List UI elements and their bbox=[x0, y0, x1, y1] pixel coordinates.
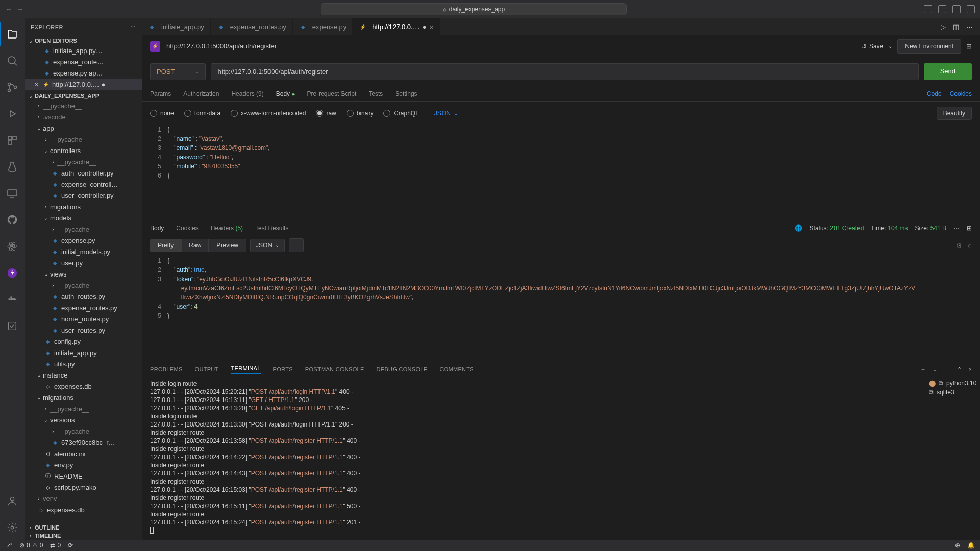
panel-tab-output[interactable]: OUTPUT bbox=[195, 366, 219, 372]
tree-file[interactable]: ◆utils.py bbox=[24, 358, 142, 369]
resp-tab-tests[interactable]: Test Results bbox=[255, 224, 288, 232]
copy-icon[interactable]: ⎘ bbox=[957, 241, 961, 249]
tab-tests[interactable]: Tests bbox=[369, 87, 383, 101]
activity-extensions[interactable] bbox=[0, 128, 24, 153]
tree-folder[interactable]: ›__pycache__ bbox=[24, 134, 142, 145]
activity-explorer[interactable] bbox=[0, 22, 24, 46]
maximize-icon[interactable]: ⌃ bbox=[957, 366, 962, 373]
close-panel-icon[interactable]: × bbox=[969, 366, 972, 372]
panel-tab-debug[interactable]: DEBUG CONSOLE bbox=[377, 366, 428, 372]
panel-tab-ports[interactable]: PORTS bbox=[273, 366, 293, 372]
terminal[interactable]: Inside login route127.0.0.1 - - [20/Oct/… bbox=[142, 378, 924, 540]
activity-remote[interactable] bbox=[0, 181, 24, 206]
raw-button[interactable]: Raw bbox=[181, 239, 209, 252]
radio-binary[interactable]: binary bbox=[347, 110, 374, 117]
layout-custom-icon[interactable] bbox=[967, 5, 975, 13]
tab-authorization[interactable]: Authorization bbox=[183, 87, 219, 101]
tree-file[interactable]: ◇script.py.mako bbox=[24, 482, 142, 493]
tree-file[interactable]: ⓘREADME bbox=[24, 470, 142, 482]
preview-button[interactable]: Preview bbox=[209, 239, 246, 252]
editor-tab[interactable]: ◆expense_routes.py bbox=[211, 18, 293, 35]
open-editor-item[interactable]: ×⚡http://127.0.0.…● bbox=[24, 79, 142, 90]
panel-tab-comments[interactable]: COMMENTS bbox=[439, 366, 474, 372]
tree-file[interactable]: ◆auth_routes.py bbox=[24, 291, 142, 302]
panel-tab-problems[interactable]: PROBLEMS bbox=[150, 366, 183, 372]
status-ports[interactable]: ⇄0 bbox=[50, 542, 61, 549]
timeline-header[interactable]: ›TIMELINE bbox=[24, 532, 142, 540]
editor-tab[interactable]: ◆expense.py bbox=[293, 18, 353, 35]
activity-scm[interactable] bbox=[0, 75, 24, 99]
tree-file[interactable]: ◆expense_routes.py bbox=[24, 302, 142, 313]
save-dropdown-icon[interactable]: ⌄ bbox=[888, 43, 892, 49]
tree-file[interactable]: ◆config.py bbox=[24, 336, 142, 347]
tree-file[interactable]: ⚙alembic.ini bbox=[24, 448, 142, 459]
save-button[interactable]: 🖫Save bbox=[860, 43, 883, 50]
tree-file[interactable]: ◇expenses.db bbox=[24, 381, 142, 392]
beautify-button[interactable]: Beautify bbox=[937, 107, 972, 120]
tree-file[interactable]: ◆user_routes.py bbox=[24, 324, 142, 336]
request-body-editor[interactable]: 123456 { "name" : "Vastav", "email" : "v… bbox=[142, 125, 980, 217]
tab-prescript[interactable]: Pre-request Script bbox=[307, 87, 357, 101]
split-icon[interactable]: ◫ bbox=[953, 23, 959, 31]
radio-formdata[interactable]: form-data bbox=[184, 110, 220, 117]
editor-tab[interactable]: ⚡http://127.0.0.…●× bbox=[353, 18, 440, 35]
activity-todo[interactable] bbox=[0, 314, 24, 338]
panel-tab-postman[interactable]: POSTMAN CONSOLE bbox=[305, 366, 364, 372]
open-editor-item[interactable]: ◆initiate_app.py… bbox=[24, 45, 142, 56]
more-icon[interactable]: ⋯ bbox=[130, 23, 136, 30]
nav-forward-icon[interactable]: → bbox=[16, 5, 23, 13]
status-errors[interactable]: ⊗0 ⚠0 bbox=[19, 542, 43, 549]
globe-icon[interactable]: 🌐 bbox=[795, 224, 802, 232]
new-environment-button[interactable]: New Environment bbox=[897, 39, 961, 54]
response-body-viewer[interactable]: 123 45 { "auth": true, "token": "eyJhbGc… bbox=[142, 256, 980, 361]
tree-file[interactable]: ◆initiate_app.py bbox=[24, 347, 142, 358]
tree-folder[interactable]: ›.vscode bbox=[24, 111, 142, 122]
activity-react[interactable] bbox=[0, 234, 24, 259]
activity-account[interactable] bbox=[0, 489, 24, 513]
method-select[interactable]: POST ⌄ bbox=[150, 63, 206, 80]
more-icon[interactable]: ⋯ bbox=[953, 224, 960, 232]
activity-docker[interactable] bbox=[0, 287, 24, 312]
open-editor-item[interactable]: ◆expense.py ap… bbox=[24, 67, 142, 79]
activity-test[interactable] bbox=[0, 155, 24, 179]
activity-search[interactable] bbox=[0, 48, 24, 73]
tree-file[interactable]: ◆env.py bbox=[24, 459, 142, 470]
tree-folder[interactable]: ›__pycache__ bbox=[24, 156, 142, 167]
tree-file[interactable]: ◆initial_models.py bbox=[24, 246, 142, 257]
url-input[interactable]: http://127.0.0.1:5000/api/auth/register bbox=[211, 63, 918, 80]
project-header[interactable]: ⌄DAILY_EXPENSES_APP bbox=[24, 92, 142, 100]
new-terminal-icon[interactable]: ＋ bbox=[920, 366, 926, 373]
tree-file[interactable]: ◇expenses.db bbox=[24, 504, 142, 515]
radio-graphql[interactable]: GraphQL bbox=[383, 110, 419, 117]
tree-folder[interactable]: ›__pycache__ bbox=[24, 223, 142, 235]
expand-icon[interactable]: ⊞ bbox=[967, 224, 972, 232]
cookies-link[interactable]: Cookies bbox=[950, 90, 972, 97]
tree-file[interactable]: ◆user_controller.py bbox=[24, 190, 142, 201]
tree-folder[interactable]: ⌄migrations bbox=[24, 392, 142, 403]
more-icon[interactable]: ⋯ bbox=[966, 23, 973, 31]
wrap-icon[interactable]: ≣ bbox=[289, 238, 304, 252]
format-select[interactable]: JSON⌄ bbox=[250, 239, 285, 252]
remote-indicator[interactable]: ⎇ bbox=[5, 542, 12, 549]
tree-folder[interactable]: ⌄models bbox=[24, 212, 142, 223]
tree-file[interactable]: ◆expense.py bbox=[24, 235, 142, 246]
status-feedback[interactable]: ⊕ bbox=[955, 542, 960, 549]
layout-panel-icon[interactable] bbox=[938, 5, 946, 13]
open-editors-header[interactable]: ⌄OPEN EDITORS bbox=[24, 37, 142, 45]
tree-folder[interactable]: ›migrations bbox=[24, 201, 142, 212]
tree-folder[interactable]: ›__pycache__ bbox=[24, 280, 142, 291]
tree-file[interactable]: ◆auth_controller.py bbox=[24, 167, 142, 179]
resp-tab-headers[interactable]: Headers (5) bbox=[211, 224, 243, 232]
tab-settings[interactable]: Settings bbox=[395, 87, 417, 101]
tree-file[interactable]: ◆expense_controll… bbox=[24, 179, 142, 190]
nav-back-icon[interactable]: ← bbox=[5, 5, 12, 13]
search-icon[interactable]: ⌕ bbox=[968, 241, 972, 249]
close-icon[interactable]: × bbox=[430, 23, 434, 31]
tree-folder[interactable]: ›__pycache__ bbox=[24, 100, 142, 111]
radio-raw[interactable]: raw bbox=[316, 110, 336, 117]
radio-none[interactable]: none bbox=[150, 110, 174, 117]
tree-file[interactable]: ◆user.py bbox=[24, 257, 142, 268]
tree-folder[interactable]: ⌄app bbox=[24, 122, 142, 134]
pretty-button[interactable]: Pretty bbox=[150, 239, 181, 252]
resp-tab-cookies[interactable]: Cookies bbox=[176, 224, 198, 232]
